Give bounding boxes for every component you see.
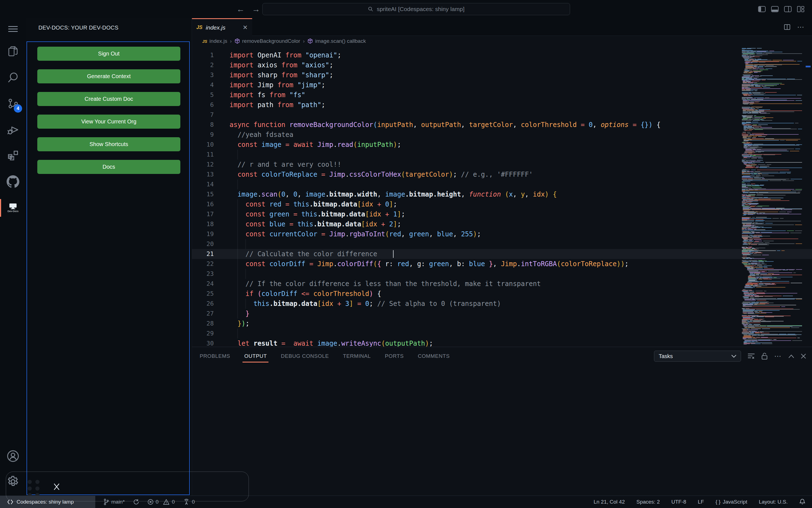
code-line-22[interactable]: 22 const colorDiff = Jimp.colorDiff({ r:…	[192, 259, 812, 269]
code-line-10[interactable]: 10 const image = await Jimp.read(inputPa…	[192, 140, 812, 150]
line-number[interactable]: 14	[192, 179, 214, 189]
line-number[interactable]: 10	[192, 140, 214, 150]
indentation[interactable]: Spaces: 2	[636, 499, 660, 505]
minimap[interactable]	[740, 47, 805, 346]
editor-more-actions-icon[interactable]: ⋯	[797, 23, 805, 32]
code-line-24[interactable]: 24 // If the color difference is less th…	[192, 279, 812, 289]
line-number[interactable]: 5	[192, 90, 214, 100]
breadcrumb-item[interactable]: image.scan() callback	[308, 38, 366, 44]
line-number[interactable]: 13	[192, 170, 214, 179]
line-number[interactable]: 27	[192, 309, 214, 319]
code-line-19[interactable]: 19 const currentColor = Jimp.rgbaToInt(r…	[192, 229, 812, 239]
line-number[interactable]: 4	[192, 80, 214, 90]
eol-sequence[interactable]: LF	[698, 499, 704, 505]
maximize-panel-icon[interactable]	[788, 354, 794, 358]
nav-back-icon[interactable]: ←	[236, 4, 245, 14]
line-number[interactable]: 1	[192, 50, 214, 60]
dev-docs-view-icon[interactable]: Dev-Docs	[0, 198, 26, 218]
remote-indicator[interactable]: Codespaces: shiny lamp	[0, 496, 95, 508]
menu-icon[interactable]	[0, 19, 26, 39]
code-line-28[interactable]: 28 });	[192, 319, 812, 329]
line-number[interactable]: 20	[192, 239, 214, 249]
code-line-6[interactable]: 6import path from "path";	[192, 100, 812, 110]
sidebar-button-generate-context[interactable]: Generate Context	[37, 69, 180, 83]
line-number[interactable]: 12	[192, 160, 214, 170]
line-number[interactable]: 9	[192, 130, 214, 140]
line-number[interactable]: 18	[192, 219, 214, 229]
line-number[interactable]: 28	[192, 319, 214, 329]
line-number[interactable]: 11	[192, 150, 214, 160]
git-sync-item[interactable]	[133, 499, 139, 505]
tab-close-icon[interactable]: ✕	[243, 24, 248, 31]
toggle-secondary-sidebar-icon[interactable]	[784, 6, 791, 12]
code-line-18[interactable]: 18 const blue = this.bitmap.data[idx + 2…	[192, 219, 812, 229]
code-line-17[interactable]: 17 const green = this.bitmap.data[idx + …	[192, 209, 812, 219]
command-center[interactable]: spriteAI [Codespaces: shiny lamp]	[262, 3, 570, 15]
panel-tab-debug-console[interactable]: DEBUG CONSOLE	[280, 351, 329, 361]
line-number[interactable]: 22	[192, 259, 214, 269]
code-line-23[interactable]: 23	[192, 269, 812, 279]
cursor-position[interactable]: Ln 21, Col 42	[594, 499, 625, 505]
toggle-sidebar-icon[interactable]	[758, 6, 766, 12]
line-number[interactable]: 15	[192, 189, 214, 199]
git-branch-item[interactable]: main*	[104, 499, 125, 505]
notifications-bell-icon[interactable]	[799, 499, 805, 505]
code-line-13[interactable]: 13 const colorToReplace = Jimp.cssColorT…	[192, 170, 812, 179]
close-panel-icon[interactable]	[801, 353, 806, 359]
sidebar-button-docs[interactable]: Docs	[37, 160, 180, 174]
sidebar-button-view-your-current-org[interactable]: View Your Current Org	[37, 115, 180, 129]
line-number[interactable]: 19	[192, 229, 214, 239]
sidebar-button-show-shortcuts[interactable]: Show Shortcuts	[37, 137, 180, 151]
output-channel-select[interactable]: Tasks	[654, 351, 741, 362]
panel-tab-comments[interactable]: COMMENTS	[417, 351, 450, 361]
line-number[interactable]: 29	[192, 329, 214, 338]
line-number[interactable]: 8	[192, 120, 214, 130]
code-line-20[interactable]: 20	[192, 239, 812, 249]
code-line-27[interactable]: 27 }	[192, 309, 812, 319]
code-line-11[interactable]: 11	[192, 150, 812, 160]
line-number[interactable]: 6	[192, 100, 214, 110]
code-line-5[interactable]: 5import fs from "fs"	[192, 90, 812, 100]
code-line-1[interactable]: 1import OpenAI from "openai";	[192, 50, 812, 60]
line-number[interactable]: 17	[192, 209, 214, 219]
code-line-16[interactable]: 16 const red = this.bitmap.data[idx + 0]…	[192, 199, 812, 209]
line-number[interactable]: 23	[192, 269, 214, 279]
sidebar-button-create-custom-doc[interactable]: Create Custom Doc	[37, 92, 180, 106]
account-icon[interactable]	[0, 447, 26, 466]
split-editor-icon[interactable]	[784, 24, 790, 30]
lock-icon[interactable]	[762, 352, 768, 360]
keyboard-layout[interactable]: Layout: U.S.	[759, 499, 788, 505]
ports-item[interactable]: 0	[183, 499, 195, 505]
github-icon[interactable]	[0, 172, 26, 191]
line-number[interactable]: 3	[192, 70, 214, 80]
code-line-29[interactable]: 29	[192, 329, 812, 338]
panel-tab-problems[interactable]: PROBLEMS	[199, 351, 231, 361]
code-line-7[interactable]: 7	[192, 110, 812, 120]
line-number[interactable]: 25	[192, 289, 214, 299]
toggle-panel-icon[interactable]	[771, 6, 779, 12]
code-line-9[interactable]: 9 //yeah fdsatea	[192, 130, 812, 140]
nav-forward-icon[interactable]: →	[252, 4, 260, 14]
code-line-14[interactable]: 14	[192, 179, 812, 189]
panel-more-actions-icon[interactable]: ⋯	[774, 352, 782, 361]
language-mode[interactable]: { } JavaScript	[716, 499, 747, 505]
webview-close-icon[interactable]	[53, 483, 60, 490]
code-line-15[interactable]: 15 image.scan(0, 0, image.bitmap.width, …	[192, 189, 812, 199]
line-number[interactable]: 16	[192, 199, 214, 209]
line-number[interactable]: 24	[192, 279, 214, 289]
explorer-icon[interactable]	[0, 42, 26, 61]
code-line-12[interactable]: 12 // r and t are very cool!!	[192, 160, 812, 170]
panel-tab-output[interactable]: OUTPUT	[244, 351, 267, 361]
extensions-icon[interactable]	[0, 146, 26, 165]
run-debug-icon[interactable]	[0, 120, 26, 139]
code-line-26[interactable]: 26 this.bitmap.data[idx + 3] = 0; // Set…	[192, 299, 812, 309]
tab-index-js[interactable]: JS index.js ✕	[192, 18, 252, 36]
line-number[interactable]: 30	[192, 338, 214, 347]
code-line-8[interactable]: 8async function removeBackgroundColor(in…	[192, 120, 812, 130]
code-line-25[interactable]: 25 if (colorDiff <= colorThreshold) {	[192, 289, 812, 299]
panel-tab-ports[interactable]: PORTS	[384, 351, 404, 361]
breadcrumb-item[interactable]: removeBackgroundColor	[235, 38, 300, 44]
panel-tab-terminal[interactable]: TERMINAL	[342, 351, 371, 361]
code-line-21[interactable]: 21 // Calculate the color difference	[192, 249, 812, 259]
customize-layout-icon[interactable]	[797, 6, 804, 12]
